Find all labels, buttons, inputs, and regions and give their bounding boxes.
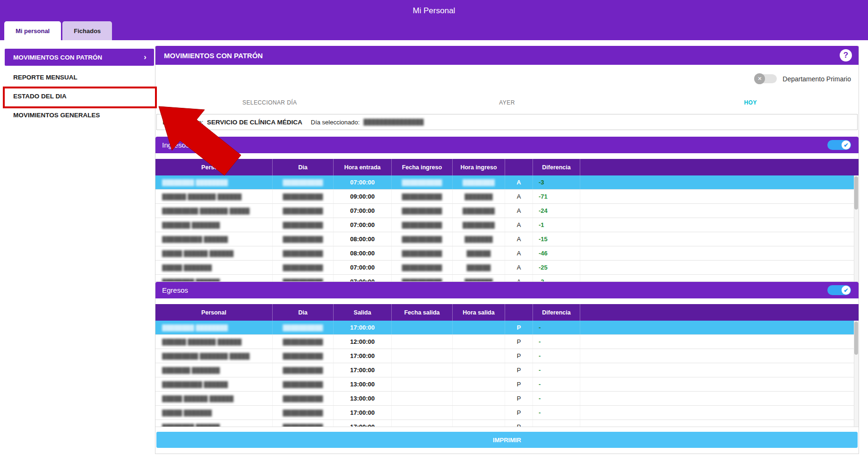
filler-cell [580, 175, 859, 189]
filler-cell [580, 420, 859, 427]
redacted-personal: ███████ ███████ [162, 222, 220, 228]
ingresos-table-row[interactable]: █████ ██████ ██████ ██████████ 08:00:00 … [155, 246, 859, 261]
diferencia-cell: -25 [533, 261, 580, 274]
redacted-personal: █████████ ███████ █████ [162, 208, 249, 214]
day-option-hoy[interactable]: HOY [744, 99, 757, 106]
day-selector: SELECCIONAR DÍA AYER HOY [155, 98, 859, 109]
redacted-personal: ████████ ████████ [162, 179, 228, 186]
redacted-fecha-ingreso: ██████████ [402, 279, 442, 282]
sidebar: MOVIMIENTOS CON PATRÓN › REPORTE MENSUAL… [0, 40, 155, 124]
col-personal: Personal [155, 304, 273, 321]
redacted-hora-ingreso: ███████ [464, 193, 493, 200]
salida-cell: 12:00:00 [334, 335, 392, 349]
ingresos-toggle[interactable]: ✔ [827, 140, 851, 150]
redacted-hora-ingreso: ████████ [463, 222, 495, 228]
filler-cell [580, 246, 859, 260]
redacted-hora-ingreso: ██████ [466, 264, 490, 271]
sidebar-item-movimientos-generales[interactable]: MOVIMIENTOS GENERALES [0, 105, 155, 124]
ingresos-table-row[interactable]: ██████ ███████ ██████ ██████████ 09:00:0… [155, 190, 859, 204]
ingresos-vertical-scrollbar[interactable] [854, 175, 859, 281]
redacted-dia: ██████████ [283, 236, 323, 243]
salida-cell: 17:00:00 [334, 321, 392, 334]
redacted-personal: ████████ ██████ [162, 424, 220, 428]
salida-cell: 17:00:00 [334, 420, 392, 427]
sidebar-item-estado-del-dia[interactable]: ESTADO DEL DIA [0, 87, 155, 105]
filler-cell [580, 363, 859, 377]
estado-cell: A [505, 190, 533, 203]
diferencia-cell: - [533, 349, 580, 363]
estado-cell: P [505, 321, 533, 334]
redacted-hora-ingreso: ███████ [464, 279, 493, 282]
estado-cell: A [505, 204, 533, 218]
salida-cell: 13:00:00 [334, 392, 392, 405]
diferencia-cell: - [533, 335, 580, 349]
tab-mi-personal-label: Mi personal [16, 27, 50, 35]
diferencia-cell: -15 [533, 232, 580, 246]
estado-cell: P [505, 349, 533, 363]
estado-cell: P [505, 335, 533, 349]
egresos-table-row[interactable]: █████████ ███████ █████ ██████████ 17:00… [155, 349, 859, 363]
redacted-hora-ingreso: ████████ [463, 179, 495, 186]
egresos-table-row[interactable]: ██████████ ██████ ██████████ 13:00:00 P … [155, 377, 859, 392]
tab-fichados[interactable]: Fichados [62, 21, 112, 40]
egresos-toggle[interactable]: ✔ [827, 285, 851, 295]
diferencia-cell: - [533, 377, 580, 391]
redacted-fecha-ingreso: ██████████ [402, 222, 442, 228]
hora-entrada-cell: 07:00:00 [334, 261, 392, 274]
ingresos-table-row[interactable]: ████████ ████████ ██████████ 07:00:00 ██… [155, 175, 859, 190]
col-dia: Dia [273, 304, 334, 321]
ingresos-table-row[interactable]: ██████████ ██████ ██████████ 08:00:00 ██… [155, 232, 859, 246]
department-primario-toggle[interactable]: ✕ [755, 74, 777, 83]
egresos-table-row[interactable]: ████████ ████████ ██████████ 17:00:00 P … [155, 321, 859, 335]
imprimir-button[interactable]: IMPRIMIR [156, 432, 858, 448]
filters-area: ✕ Departamento Primario SELECCIONAR DÍA … [155, 65, 859, 137]
selection-summary: Departamento: SERVICIO DE CLÍNICA MÉDICA… [156, 114, 858, 130]
hora-entrada-cell: 07:00:00 [334, 175, 392, 189]
egresos-table-body: ████████ ████████ ██████████ 17:00:00 P … [155, 321, 859, 427]
col-personal: Personal [155, 159, 273, 175]
redacted-dia: ██████████ [283, 324, 323, 331]
scrollbar-thumb[interactable] [854, 322, 858, 355]
selected-day-label: Día seleccionado: [311, 119, 360, 126]
tab-mi-personal[interactable]: Mi personal [4, 21, 61, 40]
salida-cell: 17:00:00 [334, 349, 392, 363]
chevron-right-icon: › [144, 52, 146, 62]
col-hora-ingreso: Hora ingreso [453, 159, 505, 175]
ingresos-table-row[interactable]: ███████ ███████ ██████████ 07:00:00 ████… [155, 218, 859, 232]
estado-cell: A [505, 246, 533, 260]
redacted-personal: ██████ ███████ ██████ [162, 193, 241, 200]
sidebar-item-reporte-mensual[interactable]: REPORTE MENSUAL [0, 68, 155, 87]
egresos-table-row[interactable]: █████ ███████ ██████████ 17:00:00 P - [155, 406, 859, 420]
diferencia-cell: - [533, 321, 580, 334]
egresos-vertical-scrollbar[interactable] [854, 321, 859, 427]
day-option-seleccionar[interactable]: SELECCIONAR DÍA [242, 99, 297, 106]
diferencia-cell: -46 [533, 246, 580, 260]
sidebar-item-label: ESTADO DEL DIA [13, 93, 67, 100]
diferencia-cell: -1 [533, 218, 580, 232]
ingresos-table-row[interactable]: ████████ ██████ ██████████ 07:00:00 ████… [155, 275, 859, 282]
col-dia: Dia [273, 159, 334, 175]
main-panel: MOVIMIENTOS CON PATRÓN ? ✕ Departamento … [155, 46, 859, 454]
diferencia-cell: - [533, 420, 580, 427]
col-fecha-salida: Fecha salida [392, 304, 453, 321]
col-estado [505, 304, 533, 321]
redacted-personal: █████ ██████ ██████ [162, 395, 233, 402]
ingresos-table-row[interactable]: █████████ ███████ █████ ██████████ 07:00… [155, 204, 859, 218]
egresos-table-row[interactable]: ██████ ███████ ██████ ██████████ 12:00:0… [155, 335, 859, 349]
hora-entrada-cell: 07:00:00 [334, 204, 392, 218]
egresos-table-row[interactable]: ███████ ███████ ██████████ 17:00:00 P - [155, 363, 859, 377]
day-option-ayer[interactable]: AYER [499, 99, 515, 106]
scrollbar-thumb[interactable] [854, 176, 858, 210]
ingresos-table-row[interactable]: █████ ███████ ██████████ 07:00:00 ██████… [155, 261, 859, 275]
sidebar-item-movimientos-con-patron[interactable]: MOVIMIENTOS CON PATRÓN › [5, 49, 154, 66]
department-label: Departamento: [163, 119, 203, 126]
hora-entrada-cell: 09:00:00 [334, 190, 392, 203]
help-button[interactable]: ? [840, 49, 852, 61]
redacted-personal: ██████████ ██████ [162, 381, 228, 388]
egresos-table-row[interactable]: █████ ██████ ██████ ██████████ 13:00:00 … [155, 392, 859, 406]
egresos-table-row[interactable]: ████████ ██████ ██████████ 17:00:00 P - [155, 420, 859, 427]
ingresos-title: Ingresos [162, 141, 189, 149]
col-diferencia: Diferencia [533, 159, 580, 175]
col-fecha-ingreso: Fecha ingreso [392, 159, 453, 175]
redacted-fecha-ingreso: ██████████ [402, 179, 442, 186]
